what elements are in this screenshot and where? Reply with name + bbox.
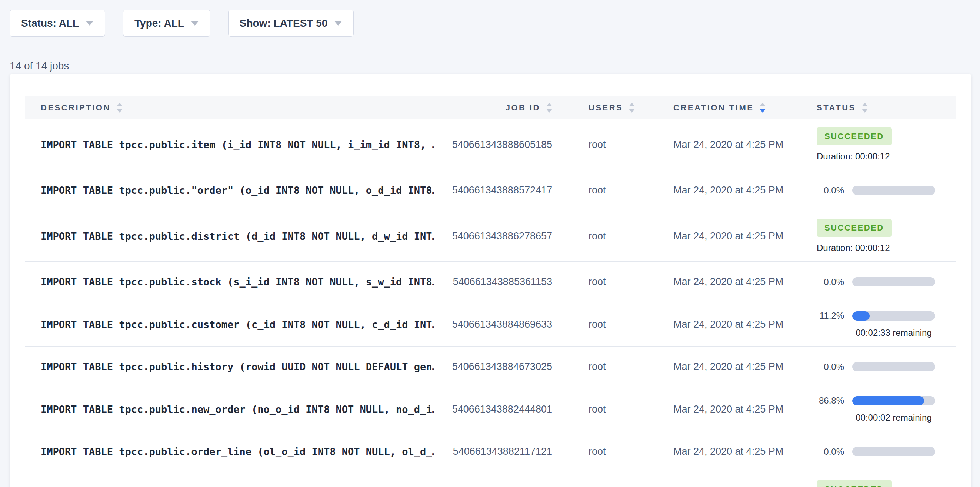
job-user: root bbox=[552, 276, 673, 287]
progress-bar bbox=[852, 311, 935, 321]
type-filter-dropdown[interactable]: Type: ALL bbox=[123, 10, 210, 37]
sort-asc-icon bbox=[760, 103, 765, 106]
progress-percent: 0.0% bbox=[817, 185, 844, 196]
status-badge: SUCCEEDED bbox=[817, 480, 892, 487]
job-status-cell: SUCCEEDED Duration: 00:00:08 bbox=[817, 472, 956, 487]
progress-percent: 0.0% bbox=[817, 277, 844, 287]
status-filter-dropdown[interactable]: Status: ALL bbox=[10, 10, 105, 37]
status-badge: SUCCEEDED bbox=[817, 219, 892, 237]
job-user: root bbox=[552, 361, 673, 372]
progress-bar bbox=[852, 362, 935, 371]
progress-percent: 0.0% bbox=[817, 362, 844, 372]
job-id: 540661343886278657 bbox=[434, 230, 552, 242]
job-status-cell: 0.0% bbox=[817, 269, 956, 295]
job-creation-time: Mar 24, 2020 at 4:25 PM bbox=[673, 361, 817, 372]
table-row: IMPORT TABLE tpcc.public.history (rowid … bbox=[25, 346, 956, 387]
table-row: IMPORT TABLE tpcc.public.district (d_id … bbox=[25, 211, 956, 262]
sort-desc-icon bbox=[862, 109, 868, 113]
job-user: root bbox=[552, 319, 673, 330]
job-creation-time: Mar 24, 2020 at 4:25 PM bbox=[673, 139, 817, 150]
job-user: root bbox=[552, 139, 673, 150]
column-header-creation-time[interactable]: CREATION TIME bbox=[673, 103, 817, 113]
sort-asc-icon bbox=[862, 103, 868, 106]
job-creation-time: Mar 24, 2020 at 4:25 PM bbox=[673, 404, 817, 415]
column-header-users[interactable]: USERS bbox=[552, 103, 673, 113]
table-row: IMPORT TABLE tpcc.public.item (i_id INT8… bbox=[25, 119, 956, 170]
job-user: root bbox=[552, 230, 673, 242]
job-id: 540661343885361153 bbox=[434, 276, 552, 287]
column-header-description[interactable]: DESCRIPTION bbox=[25, 103, 434, 113]
job-status-cell: 0.0% bbox=[817, 354, 956, 380]
table-row: IMPORT TABLE tpcc.public."order" (o_id I… bbox=[25, 170, 956, 211]
job-id: 540661343888572417 bbox=[434, 185, 552, 196]
job-creation-time: Mar 24, 2020 at 4:25 PM bbox=[673, 276, 817, 287]
sort-desc-icon bbox=[760, 109, 765, 113]
progress-bar bbox=[852, 447, 935, 456]
sort-arrows-icon bbox=[862, 103, 868, 113]
job-description: IMPORT TABLE tpcc.public.order_line (ol_… bbox=[25, 446, 434, 457]
job-id: 540661343888605185 bbox=[434, 139, 552, 150]
table-row: IMPORT TABLE tpcc.public.warehouse (w_id… bbox=[25, 472, 956, 487]
job-status-cell: 86.8% 00:00:02 remaining bbox=[817, 387, 956, 431]
job-status-cell: SUCCEEDED Duration: 00:00:12 bbox=[817, 211, 956, 261]
chevron-down-icon bbox=[334, 21, 342, 26]
progress-percent: 86.8% bbox=[817, 396, 844, 406]
job-user: root bbox=[552, 446, 673, 457]
job-description: IMPORT TABLE tpcc.public.customer (c_id … bbox=[25, 319, 434, 330]
show-filter-label: Show: LATEST 50 bbox=[240, 18, 328, 29]
job-duration: Duration: 00:00:12 bbox=[817, 151, 889, 161]
job-creation-time: Mar 24, 2020 at 4:25 PM bbox=[673, 185, 817, 196]
job-description: IMPORT TABLE tpcc.public.stock (s_i_id I… bbox=[25, 276, 434, 287]
column-header-job-id[interactable]: JOB ID bbox=[434, 103, 552, 113]
time-remaining: 00:00:02 remaining bbox=[852, 412, 935, 423]
table-row: IMPORT TABLE tpcc.public.order_line (ol_… bbox=[25, 431, 956, 472]
progress-bar bbox=[852, 396, 935, 406]
sort-arrows-icon bbox=[546, 103, 552, 113]
job-creation-time: Mar 24, 2020 at 4:25 PM bbox=[673, 230, 817, 242]
sort-desc-icon bbox=[629, 109, 635, 113]
job-user: root bbox=[552, 404, 673, 415]
progress-bar bbox=[852, 277, 935, 286]
sort-arrows-icon bbox=[117, 103, 123, 113]
sort-arrows-icon bbox=[629, 103, 635, 113]
table-row: IMPORT TABLE tpcc.public.new_order (no_o… bbox=[25, 387, 956, 431]
status-filter-label: Status: ALL bbox=[21, 18, 79, 29]
job-id: 540661343884869633 bbox=[434, 319, 552, 330]
job-description: IMPORT TABLE tpcc.public."order" (o_id I… bbox=[25, 185, 434, 196]
job-id: 540661343882444801 bbox=[434, 404, 552, 415]
progress-percent: 11.2% bbox=[817, 311, 844, 321]
time-remaining: 00:02:33 remaining bbox=[852, 327, 935, 338]
chevron-down-icon bbox=[86, 21, 94, 26]
status-badge: SUCCEEDED bbox=[817, 128, 892, 145]
job-user: root bbox=[552, 185, 673, 196]
job-id: 540661343884673025 bbox=[434, 361, 552, 372]
jobs-page: Status: ALL Type: ALL Show: LATEST 50 14… bbox=[0, 0, 980, 487]
column-header-status[interactable]: STATUS bbox=[817, 103, 956, 113]
progress-bar-fill bbox=[852, 311, 870, 321]
job-creation-time: Mar 24, 2020 at 4:25 PM bbox=[673, 446, 817, 457]
filter-bar: Status: ALL Type: ALL Show: LATEST 50 bbox=[10, 10, 971, 37]
jobs-table-card: DESCRIPTION JOB ID USERS CREATION TIME S… bbox=[10, 74, 971, 487]
job-creation-time: Mar 24, 2020 at 4:25 PM bbox=[673, 319, 817, 330]
chevron-down-icon bbox=[191, 21, 199, 26]
job-duration: Duration: 00:00:12 bbox=[817, 243, 889, 253]
job-description: IMPORT TABLE tpcc.public.item (i_id INT8… bbox=[25, 139, 434, 150]
job-status-cell: 0.0% bbox=[817, 438, 956, 465]
table-header-row: DESCRIPTION JOB ID USERS CREATION TIME S… bbox=[25, 96, 956, 119]
job-id: 540661343882117121 bbox=[434, 446, 552, 457]
job-status-cell: 11.2% 00:02:33 remaining bbox=[817, 302, 956, 346]
job-description: IMPORT TABLE tpcc.public.history (rowid … bbox=[25, 361, 434, 372]
table-row: IMPORT TABLE tpcc.public.customer (c_id … bbox=[25, 302, 956, 346]
job-status-cell: 0.0% bbox=[817, 177, 956, 204]
sort-arrows-icon bbox=[760, 103, 765, 113]
show-filter-dropdown[interactable]: Show: LATEST 50 bbox=[228, 10, 354, 37]
job-description: IMPORT TABLE tpcc.public.new_order (no_o… bbox=[25, 404, 434, 415]
table-row: IMPORT TABLE tpcc.public.stock (s_i_id I… bbox=[25, 262, 956, 302]
job-description: IMPORT TABLE tpcc.public.district (d_id … bbox=[25, 230, 434, 242]
table-body: IMPORT TABLE tpcc.public.item (i_id INT8… bbox=[25, 119, 956, 487]
sort-asc-icon bbox=[546, 103, 552, 106]
sort-asc-icon bbox=[629, 103, 635, 106]
sort-asc-icon bbox=[117, 103, 123, 106]
progress-percent: 0.0% bbox=[817, 447, 844, 457]
job-status-cell: SUCCEEDED Duration: 00:00:12 bbox=[817, 119, 956, 170]
